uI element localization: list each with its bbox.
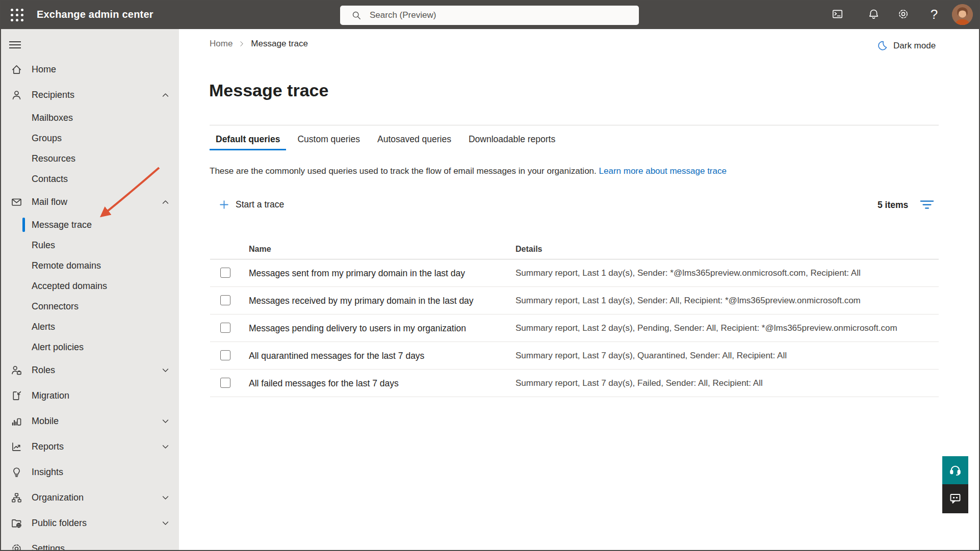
app-title: Exchange admin center bbox=[37, 0, 153, 29]
sidebar-item-connectors[interactable]: Connectors bbox=[0, 296, 179, 317]
filter-button[interactable] bbox=[917, 197, 937, 214]
query-details: Summary report, Last 7 day(s), Failed, S… bbox=[515, 378, 763, 388]
tab-bar: Default queries Custom queries Autosaved… bbox=[210, 132, 566, 150]
sidebar-item-label: Alerts bbox=[32, 322, 55, 332]
tab-custom-queries[interactable]: Custom queries bbox=[291, 132, 366, 150]
sidebar-item-mailboxes[interactable]: Mailboxes bbox=[0, 108, 179, 128]
row-checkbox[interactable] bbox=[220, 323, 230, 333]
start-trace-button[interactable]: Start a trace bbox=[216, 199, 287, 211]
search-box[interactable] bbox=[340, 6, 639, 25]
sidebar-item-migration[interactable]: Migration bbox=[0, 383, 179, 408]
headset-icon bbox=[949, 463, 962, 478]
chevron-right-icon bbox=[238, 40, 245, 47]
sidebar-item-label: Connectors bbox=[32, 301, 79, 312]
home-icon bbox=[11, 64, 23, 75]
query-name: Messages pending delivery to users in my… bbox=[249, 323, 466, 333]
app-launcher-icon bbox=[11, 9, 23, 21]
organization-icon bbox=[11, 492, 23, 504]
sidebar-item-recipients[interactable]: Recipients bbox=[0, 82, 179, 108]
roles-icon bbox=[11, 364, 23, 376]
sidebar-item-groups[interactable]: Groups bbox=[0, 128, 179, 148]
sidebar-item-rules[interactable]: Rules bbox=[0, 235, 179, 255]
page-description: These are the commonly used queries used… bbox=[210, 166, 727, 176]
hamburger-button[interactable] bbox=[9, 39, 24, 50]
table-body: Messages sent from my primary domain in … bbox=[210, 259, 939, 397]
avatar-photo bbox=[952, 4, 973, 25]
query-name: Messages sent from my primary domain in … bbox=[249, 268, 465, 278]
search-input[interactable] bbox=[369, 10, 626, 21]
sidebar-item-roles[interactable]: Roles bbox=[0, 357, 179, 383]
migration-icon bbox=[11, 390, 23, 402]
search-icon bbox=[351, 10, 362, 20]
table-row[interactable]: All quarantined messages for the last 7 … bbox=[210, 342, 939, 370]
cloud-shell-button[interactable] bbox=[824, 0, 850, 29]
learn-more-link[interactable]: Learn more about message trace bbox=[599, 166, 727, 176]
sidebar-item-mail-flow[interactable]: Mail flow bbox=[0, 189, 179, 215]
sidebar-item-alert-policies[interactable]: Alert policies bbox=[0, 337, 179, 357]
user-avatar[interactable] bbox=[952, 4, 973, 25]
chevron-down-icon bbox=[161, 416, 170, 426]
sidebar-item-accepted-domains[interactable]: Accepted domains bbox=[0, 276, 179, 296]
dark-mode-toggle[interactable]: Dark mode bbox=[873, 39, 939, 52]
sidebar-item-label: Organization bbox=[32, 492, 84, 503]
settings-button[interactable] bbox=[890, 0, 916, 29]
table-row[interactable]: Messages sent from my primary domain in … bbox=[210, 259, 939, 287]
row-checkbox[interactable] bbox=[220, 295, 230, 305]
tab-downloadable-reports[interactable]: Downloadable reports bbox=[462, 132, 561, 150]
sidebar-item-settings[interactable]: Settings bbox=[0, 536, 179, 551]
sidebar-item-label: Recipients bbox=[32, 90, 74, 100]
column-header-name: Name bbox=[249, 245, 271, 254]
breadcrumb: Home Message trace bbox=[210, 39, 308, 49]
query-name: All quarantined messages for the last 7 … bbox=[249, 350, 424, 361]
cloud-shell-icon bbox=[832, 8, 843, 21]
sidebar-item-mobile[interactable]: Mobile bbox=[0, 408, 179, 434]
public-folders-icon bbox=[11, 517, 23, 529]
sidebar-item-label: Accepted domains bbox=[32, 281, 107, 292]
chevron-down-icon bbox=[161, 493, 170, 503]
sidebar-item-label: Rules bbox=[32, 240, 55, 251]
sidebar-item-message-trace[interactable]: Message trace bbox=[0, 215, 179, 235]
table-row[interactable]: Messages pending delivery to users in my… bbox=[210, 314, 939, 342]
sidebar-item-alerts[interactable]: Alerts bbox=[0, 317, 179, 337]
sidebar-item-home[interactable]: Home bbox=[0, 57, 179, 82]
chevron-up-icon bbox=[161, 197, 170, 207]
feedback-button[interactable] bbox=[942, 484, 968, 513]
sidebar-item-remote-domains[interactable]: Remote domains bbox=[0, 255, 179, 276]
sidebar: HomeRecipientsMailboxesGroupsResourcesCo… bbox=[0, 29, 179, 551]
table-row[interactable]: All failed messages for the last 7 daysS… bbox=[210, 370, 939, 397]
feedback-chat-icon bbox=[949, 492, 962, 506]
row-checkbox[interactable] bbox=[220, 268, 230, 278]
sidebar-item-reports[interactable]: Reports bbox=[0, 434, 179, 459]
reports-icon bbox=[11, 441, 23, 453]
breadcrumb-home-link[interactable]: Home bbox=[210, 39, 233, 49]
sidebar-item-insights[interactable]: Insights bbox=[0, 459, 179, 485]
sidebar-item-public-folders[interactable]: Public folders bbox=[0, 510, 179, 536]
notifications-button[interactable] bbox=[861, 0, 886, 29]
tab-default-queries[interactable]: Default queries bbox=[210, 132, 286, 150]
row-checkbox[interactable] bbox=[220, 378, 230, 388]
sidebar-item-label: Mailboxes bbox=[32, 113, 73, 123]
tab-autosaved-queries[interactable]: Autosaved queries bbox=[371, 132, 457, 150]
row-checkbox[interactable] bbox=[220, 350, 230, 360]
help-button[interactable]: ? bbox=[921, 0, 947, 29]
topbar: Exchange admin center ? bbox=[0, 0, 980, 29]
chevron-down-icon bbox=[161, 518, 170, 528]
sidebar-item-organization[interactable]: Organization bbox=[0, 485, 179, 510]
gear-icon bbox=[897, 8, 909, 21]
query-name: All failed messages for the last 7 days bbox=[249, 378, 399, 388]
query-details: Summary report, Last 2 day(s), Pending, … bbox=[515, 323, 897, 333]
settings-gear-icon bbox=[11, 543, 23, 551]
sidebar-item-contacts[interactable]: Contacts bbox=[0, 169, 179, 189]
mobile-icon bbox=[11, 415, 23, 427]
query-details: Summary report, Last 1 day(s), Sender: *… bbox=[515, 268, 861, 278]
sidebar-item-label: Remote domains bbox=[32, 260, 101, 271]
query-details: Summary report, Last 7 day(s), Quarantin… bbox=[515, 351, 787, 361]
sidebar-item-resources[interactable]: Resources bbox=[0, 148, 179, 169]
app-launcher-button[interactable] bbox=[6, 4, 28, 25]
description-text: These are the commonly used queries used… bbox=[210, 166, 597, 176]
table-row[interactable]: Messages received by my primary domain i… bbox=[210, 287, 939, 314]
start-trace-label: Start a trace bbox=[236, 199, 284, 210]
query-name: Messages received by my primary domain i… bbox=[249, 295, 474, 306]
help-support-button[interactable] bbox=[942, 456, 968, 484]
sidebar-item-label: Mail flow bbox=[32, 197, 67, 207]
